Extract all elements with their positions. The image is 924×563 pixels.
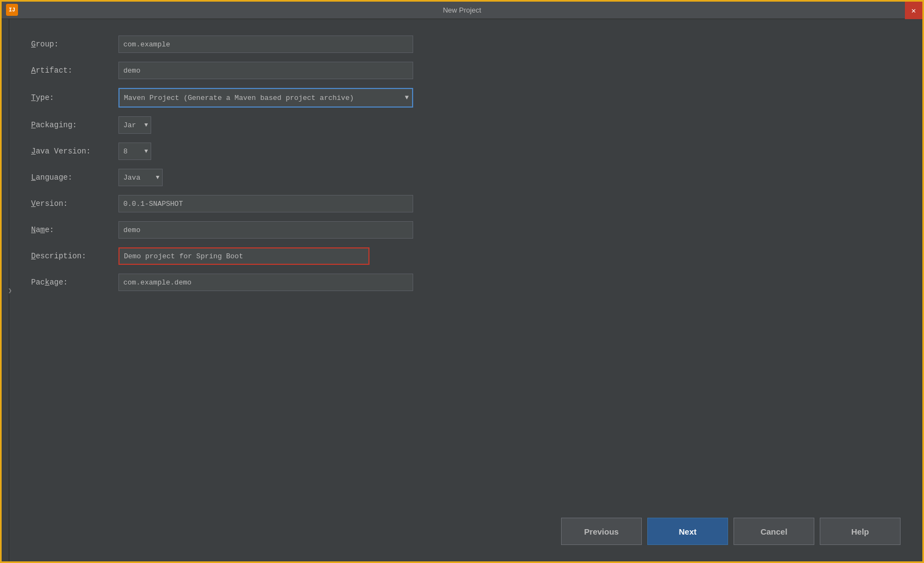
name-row: Name: (31, 221, 901, 239)
java-version-label: Java Version: (31, 147, 118, 156)
type-label: Type: (31, 93, 118, 102)
packaging-row: Packaging: Jar War ▼ (31, 116, 901, 134)
java-version-select-wrapper: 8 11 17 ▼ (118, 143, 151, 160)
version-row: Version: (31, 195, 901, 212)
title-bar: IJ New Project ✕ (2, 2, 922, 19)
button-group: Previous Next Cancel Help (561, 518, 901, 545)
next-button[interactable]: Next (647, 518, 728, 545)
package-input[interactable] (118, 274, 413, 291)
language-select-wrapper: Java Kotlin Groovy ▼ (118, 169, 163, 186)
package-row: Package: (31, 274, 901, 291)
close-button[interactable]: ✕ (905, 2, 922, 19)
description-input[interactable] (118, 247, 369, 265)
sidebar-toggle-icon[interactable]: ❯ (8, 286, 12, 294)
language-select[interactable]: Java Kotlin Groovy (118, 169, 163, 186)
packaging-select-wrapper: Jar War ▼ (118, 116, 151, 134)
group-label: Group: (31, 40, 118, 49)
type-select[interactable]: Maven Project (Generate a Maven based pr… (118, 88, 413, 108)
package-label: Package: (31, 278, 118, 287)
dialog-frame: IJ New Project ✕ ❯ Group: A (0, 0, 924, 563)
type-row: Type: Maven Project (Generate a Maven ba… (31, 88, 901, 108)
java-version-row: Java Version: 8 11 17 ▼ (31, 143, 901, 160)
artifact-label: Artifact: (31, 66, 118, 75)
artifact-input[interactable] (118, 62, 413, 79)
type-select-wrapper: Maven Project (Generate a Maven based pr… (118, 88, 413, 108)
group-row: Group: (31, 35, 901, 53)
content-area: ❯ Group: Artifact: Type: (2, 19, 922, 561)
language-row: Language: Java Kotlin Groovy ▼ (31, 169, 901, 186)
description-row: Description: (31, 247, 901, 265)
left-sidebar: ❯ (2, 19, 9, 561)
language-label: Language: (31, 173, 118, 182)
java-version-select[interactable]: 8 11 17 (118, 143, 151, 160)
cancel-button[interactable]: Cancel (734, 518, 814, 545)
packaging-select[interactable]: Jar War (118, 116, 151, 134)
help-button[interactable]: Help (820, 518, 901, 545)
main-form: Group: Artifact: Type: Maven Project (Ge… (9, 19, 922, 561)
previous-button[interactable]: Previous (561, 518, 642, 545)
name-label: Name: (31, 226, 118, 234)
name-input[interactable] (118, 221, 413, 239)
packaging-label: Packaging: (31, 121, 118, 129)
app-icon: IJ (6, 4, 18, 16)
version-input[interactable] (118, 195, 413, 212)
dialog-title: New Project (443, 6, 481, 14)
version-label: Version: (31, 199, 118, 208)
description-label: Description: (31, 252, 118, 260)
group-input[interactable] (118, 35, 413, 53)
artifact-row: Artifact: (31, 62, 901, 79)
